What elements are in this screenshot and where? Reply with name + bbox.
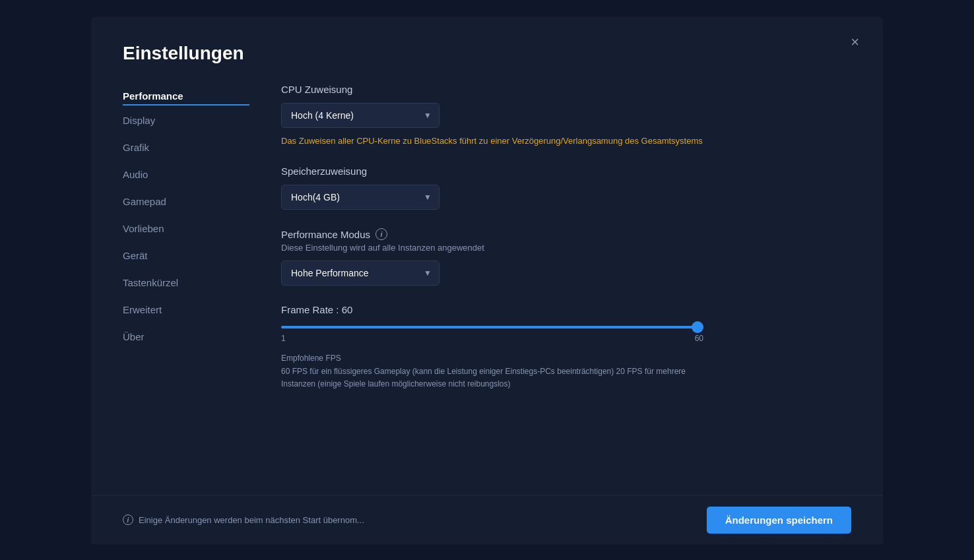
save-button[interactable]: Änderungen speichern [707, 507, 851, 534]
cpu-select[interactable]: Niedrig (1 Kern) Mittel (2 Kerne) Hoch (… [281, 103, 439, 128]
fps-hint-text: 60 FPS für ein flüssigeres Gameplay (kan… [281, 365, 690, 390]
sidebar-item-gamepad[interactable]: Gamepad [123, 189, 249, 214]
cpu-warning: Das Zuweisen aller CPU-Kerne zu BlueStac… [281, 135, 703, 148]
performance-mode-section: Performance Modus i Diese Einstellung wi… [281, 228, 851, 286]
performance-mode-label: Performance Modus [281, 229, 370, 240]
footer-info-text: Einige Änderungen werden beim nächsten S… [139, 515, 364, 525]
slider-min-label: 1 [281, 334, 286, 343]
cpu-label: CPU Zuweisung [281, 84, 851, 95]
cpu-section: CPU Zuweisung Niedrig (1 Kern) Mittel (2… [281, 84, 851, 148]
slider-max-label: 60 [695, 334, 703, 343]
slider-labels: 1 60 [281, 334, 703, 343]
dialog-header: Einstellungen [91, 16, 883, 77]
performance-mode-select[interactable]: Niedrige Performance Mittlere Performanc… [281, 261, 439, 286]
main-content: CPU Zuweisung Niedrig (1 Kern) Mittel (2… [249, 77, 883, 495]
sidebar: Performance Display Grafik Audio Gamepad… [91, 77, 249, 495]
memory-select[interactable]: Niedrig (1 GB) Mittel (2 GB) Hoch(4 GB) … [281, 185, 439, 210]
memory-select-wrapper: Niedrig (1 GB) Mittel (2 GB) Hoch(4 GB) … [281, 185, 439, 210]
sidebar-item-tastenkürzel[interactable]: Tastenkürzel [123, 270, 249, 295]
cpu-select-wrapper: Niedrig (1 Kern) Mittel (2 Kerne) Hoch (… [281, 103, 439, 128]
memory-section: Speicherzuweisung Niedrig (1 GB) Mittel … [281, 166, 851, 210]
dialog-title: Einstellungen [123, 43, 851, 64]
settings-dialog: Einstellungen × Performance Display Graf… [91, 16, 883, 544]
frame-rate-slider[interactable] [281, 326, 703, 328]
frame-rate-section: Frame Rate : 60 1 60 Empfohlene FPS 60 F… [281, 304, 851, 390]
footer-info-icon: i [123, 514, 133, 525]
sidebar-item-performance[interactable]: Performance [123, 84, 249, 106]
footer-info: i Einige Änderungen werden beim nächsten… [123, 514, 364, 525]
performance-mode-sublabel: Diese Einstellung wird auf alle Instanze… [281, 243, 851, 253]
sidebar-item-display[interactable]: Display [123, 108, 249, 133]
memory-label: Speicherzuweisung [281, 166, 851, 177]
sidebar-item-erweitert[interactable]: Erweitert [123, 297, 249, 322]
dialog-footer: i Einige Änderungen werden beim nächsten… [91, 495, 883, 544]
fps-hint-title: Empfohlene FPS [281, 354, 851, 363]
sidebar-item-gerät[interactable]: Gerät [123, 243, 249, 268]
sidebar-item-grafik[interactable]: Grafik [123, 135, 249, 160]
performance-mode-header: Performance Modus i [281, 228, 851, 240]
frame-rate-label: Frame Rate : 60 [281, 304, 851, 315]
close-button[interactable]: × [845, 32, 864, 52]
performance-mode-info-icon[interactable]: i [375, 228, 387, 240]
performance-mode-select-wrapper: Niedrige Performance Mittlere Performanc… [281, 261, 439, 286]
sidebar-item-audio[interactable]: Audio [123, 162, 249, 187]
dialog-body: Performance Display Grafik Audio Gamepad… [91, 77, 883, 495]
sidebar-item-über[interactable]: Über [123, 325, 249, 349]
sidebar-item-vorlieben[interactable]: Vorlieben [123, 216, 249, 241]
